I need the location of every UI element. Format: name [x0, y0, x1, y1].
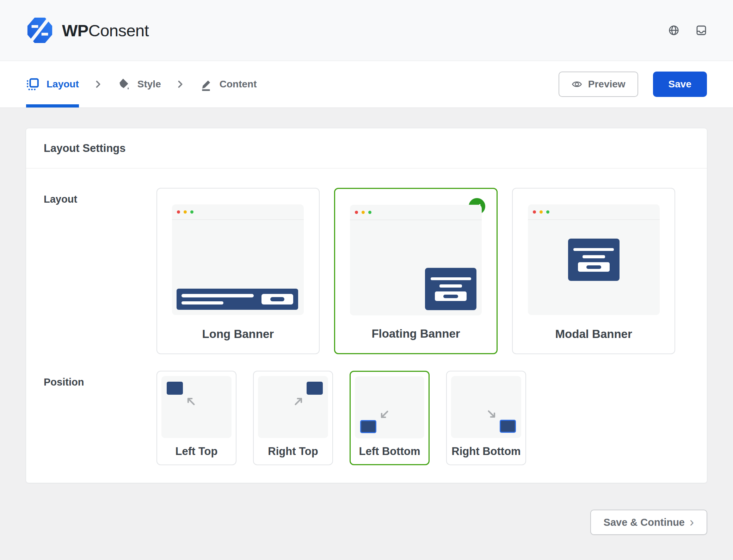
save-button-label: Save [669, 79, 691, 90]
main-content: Layout Settings Layout [0, 108, 733, 483]
position-setting-row: Position Left Top [44, 371, 675, 465]
window-dot-yellow-icon [362, 211, 365, 214]
window-dot-yellow-icon [540, 210, 543, 214]
position-screen [258, 376, 328, 438]
window-dot-red-icon [355, 211, 358, 214]
arrow-down-left-icon [377, 409, 390, 421]
position-options: Left Top Right Top [156, 371, 675, 465]
layout-option-label: Long Banner [202, 327, 274, 341]
save-and-continue-button[interactable]: Save & Continue › [590, 510, 707, 535]
position-row-label: Position [44, 371, 156, 465]
browser-mockup [528, 204, 660, 315]
window-dot-green-icon [190, 210, 193, 214]
layout-setting-row: Layout [44, 188, 675, 354]
wpconsent-settings-page: WPConsent [0, 0, 733, 560]
steps-tabbar: Layout Style Co [0, 61, 733, 108]
tab-style[interactable]: Style [117, 61, 161, 107]
banner-text-lines [181, 294, 254, 304]
eye-icon [571, 79, 583, 90]
position-screen [451, 376, 521, 438]
step-tabs: Layout Style Co [26, 61, 257, 107]
save-button[interactable]: Save [653, 72, 707, 97]
layout-option-modal-banner[interactable]: Modal Banner [512, 188, 675, 354]
banner-button-shape [578, 262, 610, 272]
chevron-right-icon [175, 61, 185, 107]
position-option-right-bottom[interactable]: Right Bottom [446, 371, 526, 465]
layout-option-long-banner[interactable]: Long Banner [156, 188, 320, 354]
header-actions [668, 25, 707, 36]
app-header: WPConsent [0, 0, 733, 61]
layout-option-label: Modal Banner [555, 327, 632, 341]
browser-mockup [350, 205, 482, 315]
layout-option-label: Floating Banner [371, 327, 460, 340]
tab-style-label: Style [137, 79, 161, 90]
banner-position-shape [307, 382, 323, 395]
panel-header: Layout Settings [26, 128, 707, 168]
browser-mockup-titlebar [172, 204, 304, 220]
preview-button-label: Preview [588, 79, 626, 90]
position-option-label: Left Bottom [351, 438, 429, 464]
position-option-left-top[interactable]: Left Top [156, 371, 236, 465]
brand-name: WPConsent [62, 21, 149, 40]
tab-content[interactable]: Content [199, 61, 257, 107]
content-pencil-icon [199, 78, 212, 91]
panel-body: Layout [26, 168, 707, 483]
style-bucket-icon [117, 78, 130, 91]
banner-position-shape [500, 420, 516, 433]
position-option-label: Left Top [157, 438, 236, 464]
window-dot-yellow-icon [184, 210, 187, 214]
position-option-label: Right Top [254, 438, 332, 464]
floating-banner-illustration [425, 268, 476, 310]
position-screen [355, 376, 424, 438]
layout-settings-panel: Layout Settings Layout [26, 128, 707, 483]
banner-button-shape [261, 294, 293, 304]
brand-name-rest: Consent [88, 21, 149, 40]
tabbar-actions: Preview Save [559, 61, 707, 107]
layout-options: Long Banner [156, 188, 675, 354]
globe-icon[interactable] [668, 25, 679, 36]
tab-layout-label: Layout [47, 79, 79, 90]
layout-icon [26, 78, 39, 91]
save-and-continue-label: Save & Continue [604, 517, 685, 528]
position-option-left-bottom[interactable]: Left Bottom [350, 371, 430, 465]
window-dot-red-icon [177, 210, 180, 214]
window-dot-red-icon [533, 210, 536, 214]
footer-actions: Save & Continue › [0, 483, 733, 535]
tab-layout[interactable]: Layout [26, 61, 79, 107]
modal-banner-illustration [568, 239, 620, 281]
window-dot-green-icon [546, 210, 549, 214]
banner-position-shape [167, 382, 183, 395]
brand-name-bold: WP [62, 21, 88, 40]
tab-content-label: Content [220, 79, 257, 90]
preview-button[interactable]: Preview [559, 72, 638, 97]
chevron-right-icon [93, 61, 103, 107]
browser-mockup [172, 204, 304, 315]
wpconsent-logo: WPConsent [26, 17, 149, 44]
arrow-up-right-icon [293, 394, 306, 407]
position-screen [161, 376, 232, 438]
panel-title: Layout Settings [44, 142, 126, 155]
layout-option-floating-banner[interactable]: Floating Banner [334, 188, 498, 354]
browser-mockup-titlebar [528, 204, 660, 220]
layout-row-label: Layout [44, 188, 156, 354]
long-banner-illustration [177, 289, 298, 310]
arrow-up-left-icon [184, 394, 197, 407]
banner-position-shape [360, 420, 376, 433]
wpconsent-logo-icon [26, 17, 54, 44]
inbox-icon[interactable] [696, 25, 707, 36]
chevron-right-icon: › [690, 517, 694, 528]
banner-button-shape [435, 291, 467, 301]
arrow-down-right-icon [486, 408, 499, 421]
position-option-right-top[interactable]: Right Top [253, 371, 333, 465]
window-dot-green-icon [368, 211, 371, 214]
browser-mockup-titlebar [350, 205, 482, 220]
position-option-label: Right Bottom [447, 438, 525, 464]
